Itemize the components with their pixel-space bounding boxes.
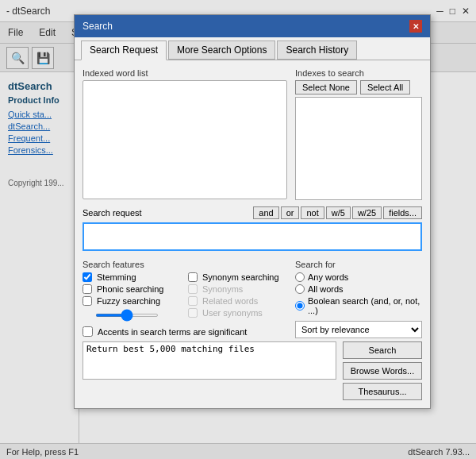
stemming-row: Stemming: [83, 272, 182, 282]
dialog-body: Indexed word list Indexes to search Sele…: [75, 60, 430, 408]
fuzzy-slider[interactable]: [95, 314, 159, 317]
synonym-label: Synonym searching: [202, 272, 279, 282]
op-w25[interactable]: w/25: [352, 206, 382, 219]
user-synonyms-checkbox: [188, 308, 198, 318]
boolean-label: Boolean search (and, or, not, ...): [308, 296, 422, 315]
all-words-row: All words: [295, 284, 422, 294]
thesaurus-button[interactable]: Thesaurus...: [343, 383, 422, 400]
indexed-word-list-select[interactable]: [83, 80, 287, 199]
synonyms-row: Synonyms: [188, 284, 287, 294]
related-label: Related words: [202, 296, 258, 306]
boolean-radio[interactable]: [295, 301, 305, 310]
indexes-to-search-section: Indexes to search Select None Select All: [295, 68, 422, 200]
any-words-radio[interactable]: [295, 272, 305, 282]
indexed-word-list-section: Indexed word list: [83, 68, 287, 200]
select-all-button[interactable]: Select All: [360, 80, 410, 94]
accents-label: Accents in search terms are significant: [98, 327, 247, 337]
phonic-checkbox[interactable]: [83, 284, 92, 294]
all-words-radio[interactable]: [295, 284, 305, 294]
op-or[interactable]: or: [281, 206, 300, 219]
search-for-section: Search for Any words All words Boolean s…: [295, 260, 422, 341]
bottom-section: Search features Stemming Phonic searchin…: [83, 260, 422, 341]
indexes-list[interactable]: [295, 97, 422, 200]
any-words-label: Any words: [308, 272, 348, 282]
synonym-checkbox[interactable]: [188, 272, 198, 282]
synonyms-label: Synonyms: [202, 284, 243, 294]
related-checkbox: [188, 296, 198, 306]
features-col-right: Synonym searching Synonyms Related words: [188, 272, 287, 322]
op-w5[interactable]: w/5: [326, 206, 351, 219]
indexes-to-search-label: Indexes to search: [295, 68, 422, 78]
tab-more-options[interactable]: More Search Options: [168, 40, 275, 60]
search-for-title: Search for: [295, 260, 422, 269]
operator-buttons: and or not w/5 w/25 fields...: [253, 206, 422, 219]
search-button[interactable]: Search: [343, 341, 422, 359]
op-fields[interactable]: fields...: [383, 206, 422, 219]
action-buttons: Search Browse Words... Thesaurus...: [343, 341, 422, 400]
search-dialog: Search ✕ Search Request More Search Opti…: [74, 14, 431, 409]
browse-words-button[interactable]: Browse Words...: [343, 362, 422, 380]
op-not[interactable]: not: [301, 206, 324, 219]
dialog-tab-bar: Search Request More Search Options Searc…: [75, 37, 430, 60]
search-input[interactable]: [83, 222, 422, 251]
features-col-left: Stemming Phonic searching Fuzzy searchin…: [83, 272, 182, 322]
fuzzy-label: Fuzzy searching: [97, 296, 160, 306]
stemming-label: Stemming: [97, 272, 136, 282]
top-section: Indexed word list Indexes to search Sele…: [83, 68, 422, 200]
phonic-label: Phonic searching: [97, 284, 163, 294]
fuzzy-checkbox[interactable]: [83, 296, 92, 306]
search-request-label: Search request: [83, 208, 142, 218]
all-words-label: All words: [308, 284, 344, 294]
indexes-buttons: Select None Select All: [295, 80, 422, 94]
synonyms-checkbox: [188, 284, 198, 294]
dialog-titlebar: Search ✕: [75, 15, 430, 37]
boolean-row: Boolean search (and, or, not, ...): [295, 296, 422, 315]
accents-checkbox[interactable]: [83, 326, 93, 337]
search-request-row: Search request and or not w/5 w/25 field…: [83, 206, 422, 219]
synonym-row: Synonym searching: [188, 272, 287, 282]
sort-select[interactable]: Sort by relevance: [295, 321, 422, 338]
op-and[interactable]: and: [253, 206, 278, 219]
any-words-row: Any words: [295, 272, 422, 282]
return-row: Return best 5,000 matching files Search …: [83, 341, 422, 400]
features-title: Search features: [83, 260, 287, 269]
search-features-section: Search features Stemming Phonic searchin…: [83, 260, 287, 341]
features-columns: Stemming Phonic searching Fuzzy searchin…: [83, 272, 287, 322]
stemming-checkbox[interactable]: [83, 272, 92, 282]
accents-row: Accents in search terms are significant: [83, 326, 287, 337]
tab-search-request[interactable]: Search Request: [81, 40, 167, 60]
return-textarea[interactable]: Return best 5,000 matching files: [83, 341, 336, 380]
indexed-word-list-label: Indexed word list: [83, 68, 287, 78]
dialog-title: Search: [83, 21, 113, 32]
related-row: Related words: [188, 296, 287, 306]
fuzzy-row: Fuzzy searching: [83, 296, 182, 306]
user-synonyms-row: User synonyms: [188, 308, 287, 318]
dialog-close-button[interactable]: ✕: [409, 20, 422, 33]
user-synonyms-label: User synonyms: [202, 308, 263, 318]
phonic-row: Phonic searching: [83, 284, 182, 294]
select-none-button[interactable]: Select None: [295, 80, 357, 94]
tab-search-history[interactable]: Search History: [277, 40, 357, 60]
